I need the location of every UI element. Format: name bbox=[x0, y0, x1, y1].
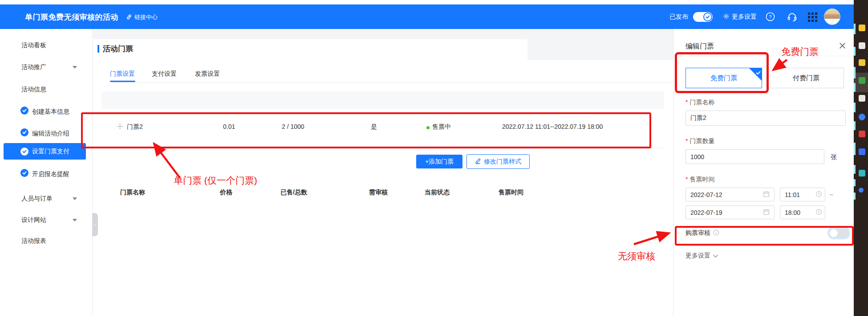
title-accent-bar bbox=[97, 45, 99, 53]
range-tilde: ~ bbox=[830, 191, 833, 198]
purchase-review-label: 购票审核 bbox=[685, 229, 719, 237]
tabs-divider bbox=[110, 82, 671, 83]
caret-down-icon bbox=[73, 219, 77, 222]
sidebar-collapse-handle[interactable]: ‹ bbox=[92, 213, 98, 236]
table-row[interactable]: 门票2 0.01 2 / 1000 是 售票中 2022.07.12 11:01… bbox=[101, 109, 664, 148]
edge-artifact bbox=[854, 143, 856, 155]
sidebar-nav: 活动看板 活动推广 活动信息 创建基本信息 编辑活动介绍 设置门票支付 开启报名… bbox=[0, 29, 93, 316]
table-header-row: 门票名称 价格 已售/总数 需审核 当前状态 售票时间 bbox=[101, 91, 664, 109]
user-avatar[interactable] bbox=[824, 8, 840, 25]
tab-ticket-settings[interactable]: 门票设置 bbox=[110, 70, 135, 78]
start-date-input[interactable] bbox=[685, 188, 775, 201]
caret-down-icon bbox=[73, 66, 77, 69]
tab-paid-ticket-label: 付费门票 bbox=[793, 74, 819, 82]
required-asterisk: * bbox=[685, 176, 688, 183]
link-center-button[interactable]: 链接中心 bbox=[126, 13, 158, 21]
end-time-input[interactable] bbox=[780, 205, 825, 219]
edge-artifact bbox=[854, 47, 856, 56]
publish-toggle-check-icon bbox=[703, 12, 712, 21]
app-window: 单门票免费无须审核的活动 链接中心 已发布 更多设置 ? bbox=[0, 0, 868, 316]
add-ticket-button[interactable]: +添加门票 bbox=[416, 155, 462, 168]
annotation-single-ticket: 单门票 (仅一个门票) bbox=[174, 174, 257, 187]
desktop-app-icon bbox=[859, 148, 865, 155]
publish-status-label: 已发布 bbox=[669, 13, 688, 21]
desktop-app-icon bbox=[859, 188, 864, 193]
event-title: 单门票免费无须审核的活动 bbox=[25, 12, 118, 22]
edge-artifact bbox=[854, 193, 856, 200]
caret-down-icon bbox=[73, 197, 77, 200]
ticket-name-label: *门票名称 bbox=[685, 98, 714, 107]
end-date-input[interactable] bbox=[685, 205, 775, 219]
info-icon[interactable] bbox=[713, 230, 719, 237]
sidebar-item-people-orders[interactable]: 人员与订单 bbox=[21, 195, 53, 203]
more-settings-label: 更多设置 bbox=[732, 13, 757, 21]
step-check-icon bbox=[20, 148, 28, 156]
panel-divider bbox=[673, 56, 854, 56]
top-header-bar: 单门票免费无须审核的活动 链接中心 已发布 更多设置 ? bbox=[0, 4, 854, 29]
desktop-app-icon bbox=[859, 95, 865, 102]
close-icon[interactable] bbox=[838, 42, 847, 51]
desktop-app-icon bbox=[859, 25, 865, 31]
col-sold-total: 已售/总数 bbox=[280, 189, 307, 197]
page-background-strip bbox=[527, 29, 673, 60]
tab-payment-settings[interactable]: 支付设置 bbox=[152, 70, 177, 78]
chevron-down-icon bbox=[713, 252, 718, 259]
purchase-review-toggle[interactable] bbox=[829, 228, 849, 238]
ticket-qty-label: *门票数量 bbox=[685, 137, 714, 145]
tab-free-ticket-label: 免费门票 bbox=[710, 74, 737, 82]
sidebar-item-edit-intro[interactable]: 编辑活动介绍 bbox=[32, 130, 69, 138]
page-title: 活动门票 bbox=[103, 44, 133, 54]
active-tab-underline bbox=[110, 81, 135, 82]
link-icon bbox=[126, 14, 132, 21]
cell-ticket-name: 门票2 bbox=[127, 123, 143, 131]
sale-time-label: *售票时间 bbox=[685, 176, 714, 184]
cell-sold-total: 2 / 1000 bbox=[282, 123, 304, 130]
required-asterisk: * bbox=[685, 137, 688, 144]
col-ticket-name: 门票名称 bbox=[120, 189, 145, 197]
edge-artifact bbox=[854, 24, 856, 34]
edge-artifact bbox=[854, 67, 856, 78]
cell-sale-time: 2022.07.12 11:01--2022.07.19 18:00 bbox=[502, 123, 603, 130]
modify-ticket-style-button[interactable]: 修改门票样式 bbox=[466, 154, 530, 169]
publish-toggle[interactable] bbox=[693, 12, 713, 22]
help-icon[interactable]: ? bbox=[766, 12, 775, 23]
ticket-qty-input[interactable] bbox=[685, 149, 824, 164]
ticket-name-input[interactable] bbox=[685, 111, 846, 126]
sidebar-item-create-basic-info[interactable]: 创建基本信息 bbox=[32, 108, 69, 116]
start-time-input[interactable] bbox=[780, 188, 825, 201]
sidebar-item-label: 设置门票支付 bbox=[32, 148, 69, 156]
desktop-app-icon bbox=[859, 42, 865, 49]
tab-free-ticket[interactable]: 免费门票 bbox=[685, 68, 762, 88]
desktop-edge-strip bbox=[854, 0, 868, 316]
desktop-app-icon bbox=[859, 114, 865, 120]
support-headset-icon[interactable] bbox=[787, 12, 797, 24]
status-dot bbox=[426, 126, 430, 129]
sidebar-item-design-site[interactable]: 设计网站 bbox=[21, 216, 46, 224]
sidebar-item-dashboard[interactable]: 活动看板 bbox=[21, 41, 46, 49]
more-settings-expander[interactable]: 更多设置 bbox=[685, 252, 718, 260]
desktop-app-icon bbox=[859, 170, 865, 176]
col-need-review: 需审核 bbox=[369, 189, 388, 197]
sidebar-item-ticket-payment-active[interactable]: 设置门票支付 bbox=[4, 143, 86, 160]
edge-artifact bbox=[854, 179, 856, 186]
desktop-app-icon bbox=[859, 77, 865, 84]
cell-price: 0.01 bbox=[223, 123, 235, 130]
tab-invoice-settings[interactable]: 发票设置 bbox=[195, 70, 220, 78]
annotation-no-review: 无须审核 bbox=[618, 250, 655, 263]
link-center-label: 链接中心 bbox=[134, 13, 158, 21]
apps-grid-icon[interactable] bbox=[808, 12, 817, 22]
desktop-app-icon bbox=[859, 131, 865, 137]
sidebar-item-promotion[interactable]: 活动推广 bbox=[21, 63, 46, 71]
sidebar-item-reports[interactable]: 活动报表 bbox=[21, 237, 46, 245]
tab-paid-ticket[interactable]: 付费门票 bbox=[768, 68, 844, 88]
edge-artifact bbox=[854, 103, 856, 112]
svg-text:?: ? bbox=[769, 14, 771, 20]
required-asterisk: * bbox=[685, 98, 688, 106]
step-check-icon bbox=[20, 128, 28, 136]
sidebar-item-event-info[interactable]: 活动信息 bbox=[21, 86, 46, 94]
sidebar-item-signup-reminder[interactable]: 开启报名提醒 bbox=[32, 170, 69, 178]
cell-status: 售票中 bbox=[432, 123, 451, 131]
more-settings-menu[interactable]: 更多设置 bbox=[723, 13, 757, 21]
drag-handle-icon[interactable] bbox=[117, 123, 123, 131]
edge-artifact bbox=[854, 165, 856, 174]
